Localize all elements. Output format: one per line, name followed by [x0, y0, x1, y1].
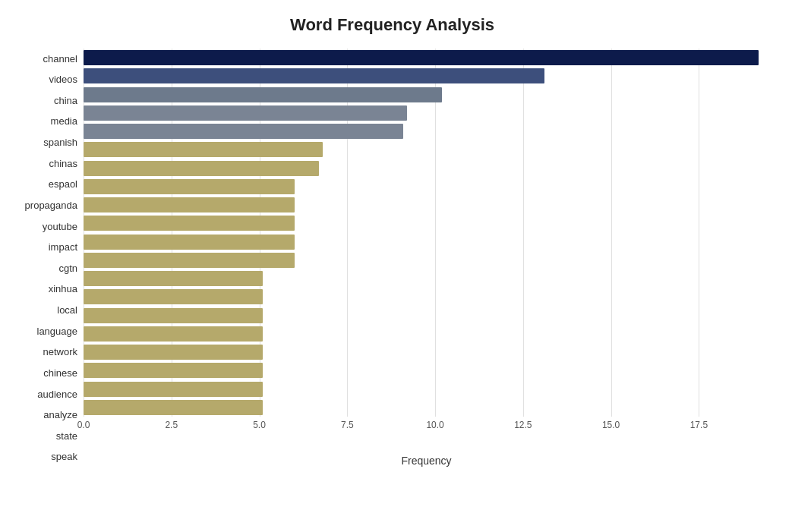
bar-row: [84, 307, 769, 325]
bar-row: [84, 380, 769, 398]
y-label: state: [56, 426, 77, 445]
bar: [84, 289, 263, 304]
y-label: impact: [49, 238, 77, 257]
bars-and-grid: 0.02.55.07.510.012.515.017.5 Frequency: [84, 49, 769, 467]
bar-row: [84, 251, 769, 269]
bars-wrapper: [84, 49, 769, 417]
bar: [84, 142, 323, 157]
y-label: speak: [51, 447, 77, 467]
bar: [84, 179, 295, 194]
bar: [84, 124, 403, 139]
y-label: channel: [43, 49, 77, 68]
bar-row: [84, 104, 769, 122]
x-tick: 10.0: [426, 420, 443, 430]
bar: [84, 400, 263, 415]
bar: [84, 271, 263, 286]
y-label: china: [54, 90, 77, 110]
bar-row: [84, 122, 769, 140]
bar-row: [84, 269, 769, 288]
y-label: xinhua: [49, 279, 77, 299]
bar-row: [84, 325, 769, 343]
y-label: analyze: [43, 405, 77, 425]
x-axis-label: Frequency: [84, 455, 769, 467]
y-label: language: [37, 321, 78, 341]
bar-row: [84, 178, 769, 196]
y-label: network: [43, 342, 77, 362]
bar: [84, 345, 263, 360]
x-tick: 7.5: [341, 420, 354, 430]
bar: [84, 87, 442, 102]
bar-row: [84, 233, 769, 251]
bar: [84, 216, 295, 231]
bar-row: [84, 67, 769, 85]
bar-row: [84, 214, 769, 232]
x-tick: 17.5: [690, 420, 708, 430]
y-label: local: [57, 301, 77, 320]
bar: [84, 363, 263, 378]
x-tick: 0.0: [77, 420, 90, 430]
bar: [84, 308, 263, 323]
grid-and-bars: [84, 49, 769, 417]
bar-row: [84, 196, 769, 214]
bar: [84, 50, 759, 65]
x-tick: 2.5: [165, 420, 178, 430]
bar: [84, 105, 407, 121]
x-tick: 15.0: [602, 420, 620, 430]
chart-area: channelvideoschinamediaspanishchinasespa…: [15, 49, 769, 467]
bar: [84, 326, 263, 342]
bar-row: [84, 49, 769, 67]
bar-row: [84, 398, 769, 417]
y-label: audience: [37, 384, 77, 404]
bar-row: [84, 288, 769, 306]
x-tick: 5.0: [253, 420, 266, 430]
y-label: media: [51, 112, 77, 131]
y-label: chinese: [43, 363, 77, 382]
chart-container: Word Frequency Analysis channelvideoschi…: [0, 0, 792, 532]
y-label: spanish: [43, 133, 77, 153]
y-label: youtube: [43, 216, 77, 236]
bar: [84, 253, 295, 268]
bar: [84, 161, 319, 176]
bar: [84, 197, 295, 212]
y-label: chinas: [49, 153, 77, 173]
bar-row: [84, 343, 769, 361]
y-label: cgtn: [58, 258, 77, 278]
bar-row: [84, 159, 769, 178]
bar-row: [84, 140, 769, 159]
x-axis-ticks: 0.02.55.07.510.012.515.017.5: [84, 417, 769, 438]
chart-title: Word Frequency Analysis: [15, 15, 769, 35]
bar: [84, 382, 263, 397]
y-labels: channelvideoschinamediaspanishchinasespa…: [15, 49, 84, 467]
bar: [84, 235, 295, 250]
y-label: espaol: [49, 175, 77, 194]
bar: [84, 68, 544, 83]
y-label: propaganda: [25, 195, 77, 215]
bar-row: [84, 361, 769, 379]
x-tick: 12.5: [514, 420, 532, 430]
bar-row: [84, 86, 769, 104]
y-label: videos: [49, 70, 77, 90]
